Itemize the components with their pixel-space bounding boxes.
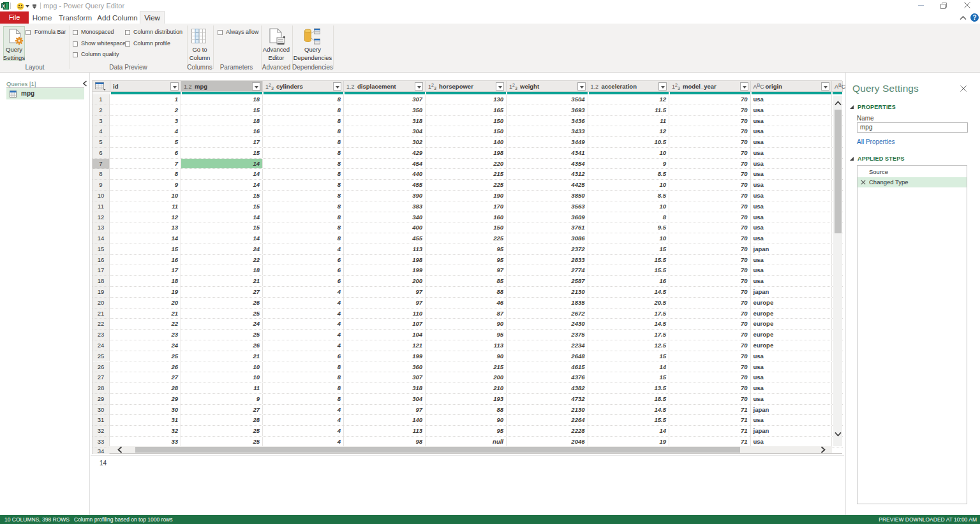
svg-text:X: X: [2, 4, 5, 8]
